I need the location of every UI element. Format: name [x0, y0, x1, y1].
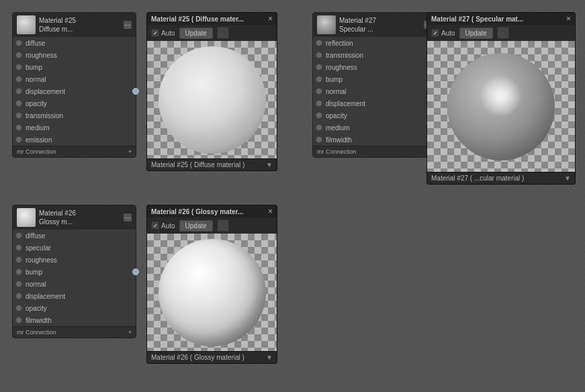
socket-specular: specular	[13, 242, 136, 254]
socket-dot	[316, 136, 322, 143]
node-title: Material #27 Specular ...	[339, 16, 376, 34]
socket-dot	[15, 76, 22, 83]
socket-normal: normal	[13, 278, 136, 290]
preview-footer: Material #27 ( ...cular material ) ▼	[427, 172, 575, 184]
auto-label: Auto	[161, 30, 175, 37]
checkbox-icon: ✓	[431, 29, 439, 37]
socket-displacement: displacement	[13, 290, 136, 302]
preview-glossy-panel: Material #26 ( Glossy mater... × ✓ Auto …	[146, 205, 277, 364]
socket-dot	[316, 64, 322, 70]
socket-dot	[316, 76, 322, 83]
arrow-icon: ▼	[266, 354, 273, 361]
socket-dot	[316, 100, 322, 107]
close-button[interactable]: ×	[566, 15, 571, 23]
preview-canvas	[147, 41, 277, 158]
preview-canvas	[427, 41, 575, 172]
socket-dot	[15, 124, 22, 131]
socket-filmwidth: filmwidth	[13, 314, 136, 326]
socket-normal: normal	[313, 85, 436, 97]
socket-dot	[316, 40, 322, 46]
footer-label: Material #27 ( ...cular material )	[431, 175, 524, 182]
socket-dot	[15, 293, 22, 299]
preview-diffuse-panel: Material #25 ( Diffuse mater... × ✓ Auto…	[146, 12, 277, 171]
preview-header: Material #25 ( Diffuse mater... ×	[147, 13, 277, 25]
socket-dot	[15, 317, 22, 324]
socket-dot	[15, 305, 22, 311]
socket-dot	[15, 256, 22, 263]
footer-label: Material #26 ( Glossy material )	[151, 354, 244, 361]
update-button[interactable]: Update	[459, 28, 493, 39]
preview-settings-icon[interactable]	[497, 27, 509, 39]
socket-dot	[15, 88, 22, 95]
node-thumbnail	[17, 15, 36, 34]
update-button[interactable]: Update	[179, 28, 213, 39]
checkbox-icon: ✓	[151, 222, 159, 230]
sphere-preview	[447, 53, 555, 160]
footer-label: Material #25 ( Diffuse material )	[151, 161, 244, 168]
auto-checkbox[interactable]: ✓ Auto	[151, 29, 175, 37]
socket-dot	[15, 244, 22, 251]
auto-label: Auto	[161, 222, 175, 230]
material-27-node: Material #27 Specular ... — reflection t…	[312, 12, 437, 158]
preview-title: Material #26 ( Glossy mater...	[151, 208, 243, 215]
sphere-preview	[159, 239, 266, 346]
socket-dot	[316, 52, 322, 58]
arrow-icon: ▼	[564, 175, 571, 182]
socket-roughness: roughness	[13, 49, 136, 61]
socket-bump: bump	[13, 61, 136, 73]
node-footer: mr Connection +	[13, 326, 136, 338]
socket-diffuse: diffuse	[13, 37, 136, 49]
socket-dot	[316, 112, 322, 119]
socket-dot	[15, 52, 22, 58]
preview-header: Material #26 ( Glossy mater... ×	[147, 205, 277, 217]
node-thumbnail	[17, 208, 36, 227]
socket-roughness: roughness	[13, 254, 136, 266]
close-button[interactable]: ×	[268, 15, 273, 23]
minimize-button[interactable]: —	[124, 213, 132, 222]
minimize-button[interactable]: —	[124, 21, 132, 29]
node-footer: mr Connection +	[313, 146, 436, 157]
socket-opacity: opacity	[13, 97, 136, 109]
socket-opacity: opacity	[313, 109, 436, 121]
socket-bump: bump	[313, 73, 436, 85]
socket-medium: medium	[13, 121, 136, 134]
socket-diffuse: diffuse	[13, 230, 136, 242]
preview-canvas	[147, 234, 277, 351]
socket-dot	[15, 281, 22, 287]
socket-emission: emission	[13, 134, 136, 146]
socket-bump: bump	[13, 266, 136, 278]
socket-transmission: transmission	[313, 49, 436, 61]
sphere-preview	[159, 46, 266, 154]
arrow-icon: ▼	[266, 161, 273, 168]
auto-checkbox[interactable]: ✓ Auto	[151, 222, 175, 230]
node-header: Material #27 Specular ... —	[313, 13, 436, 37]
preview-title: Material #25 ( Diffuse mater...	[151, 15, 244, 23]
socket-filmwidth: filmwidth	[313, 134, 436, 146]
preview-header: Material #27 ( Specular mat... ×	[427, 13, 575, 25]
auto-label: Auto	[441, 30, 455, 37]
socket-displacement: displacement	[313, 97, 436, 109]
material-26-node: Material #26 Glossy m... — diffuse specu…	[12, 205, 136, 338]
socket-dot	[15, 232, 22, 239]
update-button[interactable]: Update	[179, 220, 213, 232]
socket-dot	[15, 100, 22, 107]
socket-normal: normal	[13, 73, 136, 85]
preview-settings-icon[interactable]	[217, 219, 229, 232]
socket-opacity: opacity	[13, 302, 136, 314]
socket-reflection: reflection	[313, 37, 436, 49]
node-thumbnail	[317, 15, 336, 34]
close-button[interactable]: ×	[268, 207, 273, 215]
auto-checkbox[interactable]: ✓ Auto	[431, 29, 455, 37]
socket-right-dot	[132, 88, 139, 95]
socket-dot	[316, 88, 322, 95]
socket-medium: medium	[313, 121, 436, 134]
socket-displacement: displacement	[13, 85, 136, 97]
node-footer: mr Connection +	[13, 146, 136, 157]
material-25-node: Material #25 Diffuse m... — diffuse roug…	[12, 12, 136, 158]
node-title: Material #26 Glossy m...	[39, 209, 76, 226]
socket-dot	[15, 112, 22, 119]
preview-specular-panel: Material #27 ( Specular mat... × ✓ Auto …	[426, 12, 576, 185]
preview-settings-icon[interactable]	[217, 27, 229, 39]
socket-dot	[15, 40, 22, 46]
socket-dot	[15, 268, 22, 275]
